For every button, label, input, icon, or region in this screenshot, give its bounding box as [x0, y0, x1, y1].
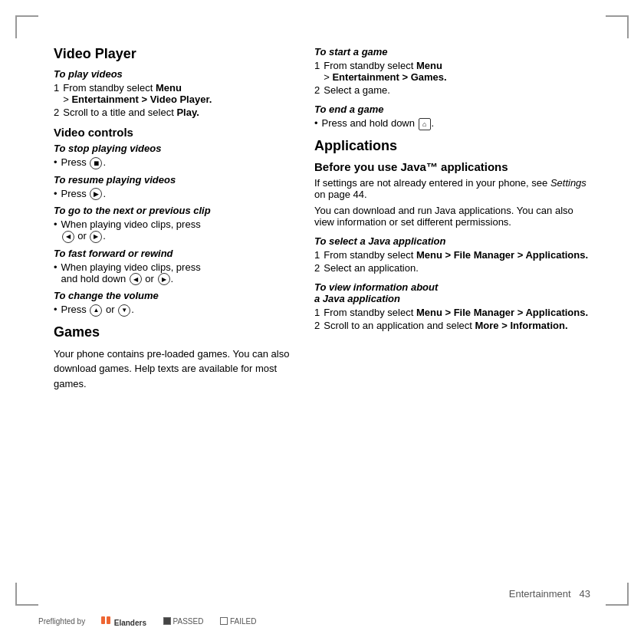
left-column: Video Player To play videos 1 From stand…	[54, 46, 291, 391]
select-java-title: To select a Java application	[314, 235, 590, 247]
corner-mark-tl	[15, 15, 38, 38]
page-number: 43	[580, 588, 590, 600]
next-prev-bullet: • When playing video clips, press ◀ or ▶…	[54, 219, 291, 243]
resume-playing-bullet: • Press ▶.	[54, 188, 291, 201]
end-home-icon: ⌂	[419, 118, 431, 130]
passed-label: PASSED	[173, 617, 204, 626]
play-videos-step-1: 1 From standby select Menu> Entertainmen…	[54, 82, 291, 105]
fast-forward-title: To fast forward or rewind	[54, 248, 291, 259]
select-java-step-2: 2 Select an application.	[314, 262, 590, 274]
stop-playing-bullet: • Press ⏹.	[54, 156, 291, 169]
preflight-brand: Elanders	[100, 615, 146, 627]
games-body: Your phone contains pre-loaded games. Yo…	[54, 347, 291, 392]
vol-up-icon: ▲	[90, 304, 102, 317]
volume-title: To change the volume	[54, 290, 291, 301]
stop-icon: ⏹	[90, 157, 102, 169]
resume-playing-title: To resume playing videos	[54, 174, 291, 186]
ff-prev-icon: ◀	[130, 273, 142, 285]
vol-down-icon: ▼	[118, 304, 130, 317]
next-prev-title: To go to the next or previous clip	[54, 205, 291, 216]
end-game-title: To end a game	[314, 104, 590, 115]
select-java-step-1: 1 From standby select Menu > File Manage…	[314, 249, 590, 261]
failed-label: FAILED	[230, 617, 256, 626]
end-game-bullet: • Press and hold down ⌂.	[314, 117, 590, 130]
svg-rect-0	[101, 616, 105, 624]
svg-rect-1	[107, 616, 110, 624]
play-videos-step-2: 2 Scroll to a title and select Play.	[54, 107, 291, 118]
failed-checkbox: FAILED	[220, 617, 256, 626]
video-controls-heading: Video controls	[54, 126, 291, 139]
stop-playing-title: To stop playing videos	[54, 143, 291, 154]
passed-checkbox: PASSED	[163, 617, 204, 626]
java-info-body2: You can download and run Java applicatio…	[314, 205, 590, 228]
preflight-text: Preflighted by	[38, 617, 85, 626]
passed-checkbox-mark	[163, 617, 171, 625]
footer: Entertainment 43	[0, 588, 644, 600]
prev-icon: ◀	[62, 231, 74, 243]
start-game-title: To start a game	[314, 46, 590, 58]
play-icon: ▶	[90, 188, 102, 200]
preflight-bar: Preflighted by Elanders PASSED FAILED	[38, 615, 256, 627]
view-java-step-1: 1 From standby select Menu > File Manage…	[314, 307, 590, 318]
video-player-heading: Video Player	[54, 46, 291, 62]
volume-bullet: • Press ▲ or ▼.	[54, 304, 291, 317]
start-game-step-2: 2 Select a game.	[314, 84, 590, 96]
view-java-step-2: 2 Scroll to an application and select Mo…	[314, 320, 590, 331]
next-icon: ▶	[90, 231, 102, 243]
footer-label: Entertainment	[509, 588, 571, 600]
java-info-body1: If settings are not already entered in y…	[314, 177, 590, 200]
right-column: To start a game 1 From standby select Me…	[314, 46, 590, 391]
failed-checkbox-mark	[220, 617, 228, 625]
games-heading: Games	[54, 324, 291, 340]
java-info-heading: Before you use Java™ applications	[314, 160, 590, 173]
ff-next-icon: ▶	[158, 273, 170, 285]
applications-heading: Applications	[314, 138, 590, 154]
elanders-logo-icon	[100, 615, 112, 626]
start-game-step-1: 1 From standby select Menu> Entertainmen…	[314, 60, 590, 83]
play-videos-title: To play videos	[54, 68, 291, 80]
corner-mark-tr	[606, 15, 629, 38]
view-java-title: To view information abouta Java applicat…	[314, 281, 590, 304]
fast-forward-bullet: • When playing video clips, press and ho…	[54, 261, 291, 286]
